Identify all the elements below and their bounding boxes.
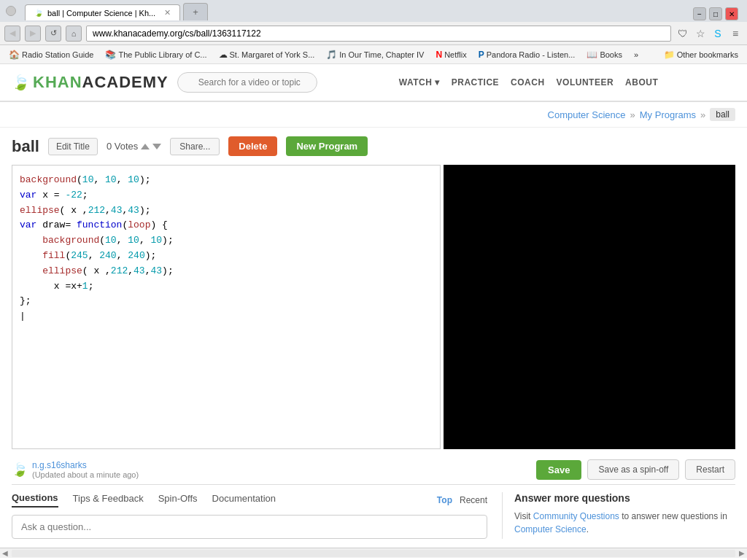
browser-title-bar: 🍃 ball | Computer Science | Kh... ✕ + − … [0,0,747,22]
forward-button[interactable]: ▶ [25,26,41,42]
questions-left: Questions Tips & Feedback Spin-Offs Docu… [12,492,487,539]
bookmark-books[interactable]: 📖 Books [582,48,627,61]
nav-about[interactable]: ABOUT [625,77,658,88]
bookmark-icon-1: ☁ [219,50,228,60]
breadcrumb-sep-2: » [700,109,705,120]
refresh-button[interactable]: ↺ [45,26,61,42]
address-icons: 🛡 ☆ S ≡ [676,26,743,41]
code-line-10: }; [20,294,433,309]
delete-button[interactable]: Delete [228,136,277,156]
questions-tabs: Questions Tips & Feedback Spin-Offs Docu… [12,492,487,508]
tab-spin-offs[interactable]: Spin-Offs [158,493,198,507]
browser-scrollbar[interactable]: ◀ ▶ [0,548,747,558]
questions-right: Answer more questions Visit Community Qu… [502,492,735,539]
bookmark-radio[interactable]: 🏠 Radio Station Guide [4,48,98,61]
close-button[interactable]: ✕ [725,7,738,20]
code-line-1: background(10, 10, 10); [20,173,433,188]
sort-top[interactable]: Top [437,495,452,505]
skype-icon: S [711,26,725,41]
author-name[interactable]: n.g.s16sharks [32,460,139,470]
code-line-7: fill(245, 240, 240); [20,249,433,264]
bookmark-icon-2: 🎵 [326,50,337,60]
bookmark-library[interactable]: 📚 The Public Library of C... [101,48,211,61]
url-input[interactable] [86,26,671,42]
sort-recent[interactable]: Recent [460,495,487,505]
breadcrumb-my-programs[interactable]: My Programs [640,109,696,120]
back-button[interactable]: ◀ [4,26,20,42]
scroll-right-icon[interactable]: ▶ [737,549,747,557]
books-icon: 📖 [587,50,597,60]
votes-section: 0 Votes [107,141,161,152]
computer-science-link[interactable]: Computer Science [514,524,587,534]
bookmark-more[interactable]: » [630,49,643,61]
bookmark-star-icon[interactable]: ☆ [693,26,708,41]
browser-window-controls [6,6,16,16]
save-spin-off-button[interactable]: Save as a spin-off [587,459,679,480]
search-input[interactable] [177,72,317,93]
breadcrumb-sep-1: » [630,109,635,120]
bookmark-pandora[interactable]: P Pandora Radio - Listen... [474,48,580,61]
home-button[interactable]: ⌂ [66,26,82,42]
ka-logo: 🍃 KHANACADEMY [12,73,169,92]
author-info: 🍃 n.g.s16sharks (Updated about a minute … [12,460,530,479]
edit-title-button[interactable]: Edit Title [48,138,98,155]
library-icon: 📚 [105,50,116,60]
ka-leaf-icon: 🍃 [12,74,30,91]
answer-more-text: Visit Community Questions to answer new … [514,510,735,536]
answer-text-middle: to answer new questions in [619,511,727,521]
nav-practice[interactable]: PRACTICE [452,77,499,88]
vote-up-button[interactable] [141,144,150,149]
search-wrapper: 🔍 [177,72,382,93]
editor-area: background(10, 10, 10); var x = -22; ell… [12,165,735,449]
active-tab[interactable]: 🍃 ball | Computer Science | Kh... ✕ [25,4,180,20]
tab-documentation[interactable]: Documentation [212,493,276,507]
active-tab-label: ball | Computer Science | Kh... [47,9,155,18]
tab-tips-feedback[interactable]: Tips & Feedback [73,493,144,507]
nav-watch[interactable]: WATCH ▾ [399,77,440,88]
program-canvas [444,165,735,449]
bottom-bar: 🍃 n.g.s16sharks (Updated about a minute … [12,455,735,484]
maximize-button[interactable]: □ [709,7,722,20]
ask-question-input[interactable] [12,515,487,539]
radio-icon: 🏠 [9,50,20,60]
bookmark-our-time[interactable]: 🎵 In Our Time, Chapter IV [322,48,428,61]
ka-logo-text: KHANACADEMY [33,73,169,92]
nav-volunteer[interactable]: VOLUNTEER [557,77,614,88]
inactive-tab[interactable]: + [183,3,208,20]
tab-questions[interactable]: Questions [12,492,58,508]
restart-button[interactable]: Restart [685,459,735,480]
breadcrumb-computer-science[interactable]: Computer Science [548,109,626,120]
program-header: ball Edit Title 0 Votes Share... Delete … [12,136,735,156]
breadcrumb: Computer Science » My Programs » ball [0,102,747,128]
folder-icon: 📁 [664,50,675,60]
ka-header: 🍃 KHANACADEMY 🔍 WATCH ▾ PRACTICE COACH V… [0,64,747,102]
bookmark-other[interactable]: 📁 Other bookmarks [659,48,743,61]
code-line-8: ellipse( x ,212,43,43); [20,264,433,279]
leaf-icon: 🍃 [12,462,28,478]
tab-close-icon[interactable]: ✕ [164,8,171,18]
answer-more-title: Answer more questions [514,492,735,504]
minimize-button[interactable]: − [693,7,706,20]
breadcrumb-current: ball [710,108,735,121]
menu-icon[interactable]: ≡ [728,26,743,41]
vote-down-button[interactable] [152,144,161,149]
new-program-button[interactable]: New Program [286,136,368,156]
scroll-track [12,550,735,557]
community-questions-link[interactable]: Community Questions [533,511,619,521]
share-button[interactable]: Share... [170,138,220,155]
pandora-icon: P [479,50,484,60]
answer-text-before: Visit [514,511,533,521]
bookmarks-bar: 🏠 Radio Station Guide 📚 The Public Libra… [0,45,747,64]
new-tab-icon: + [193,7,198,18]
nav-coach[interactable]: COACH [511,77,545,88]
bookmark-st-margaret[interactable]: ☁ St. Margaret of York S... [214,48,320,61]
security-icon: 🛡 [676,26,690,41]
scroll-left-icon[interactable]: ◀ [0,549,10,557]
code-line-4: var draw= function(loop) { [20,218,433,233]
code-editor[interactable]: background(10, 10, 10); var x = -22; ell… [12,165,441,449]
ka-navigation: WATCH ▾ PRACTICE COACH VOLUNTEER ABOUT [399,77,658,88]
code-line-9: x =x+1; [20,279,433,295]
save-button[interactable]: Save [536,460,581,480]
address-bar: ◀ ▶ ↺ ⌂ 🛡 ☆ S ≡ [0,22,747,45]
bookmark-netflix[interactable]: N Netflix [431,48,471,61]
